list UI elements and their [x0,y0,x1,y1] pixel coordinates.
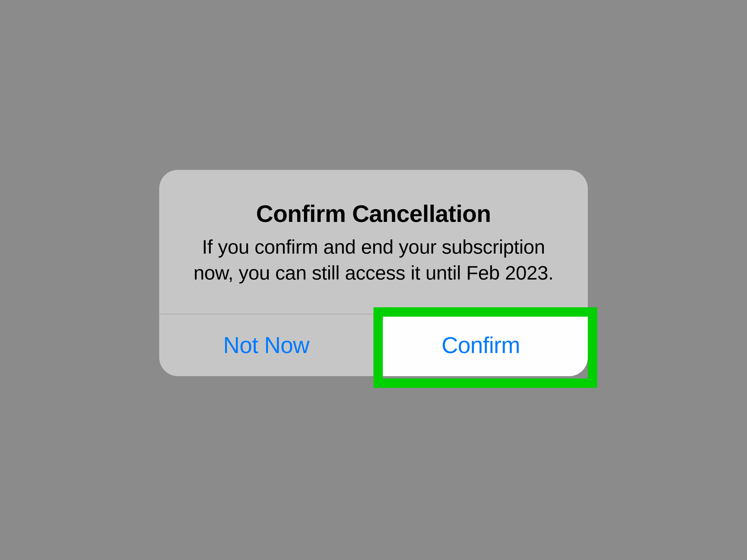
confirmation-dialog: Confirm Cancellation If you confirm and … [159,170,588,376]
not-now-button[interactable]: Not Now [159,314,374,376]
confirm-button[interactable]: Confirm [374,314,588,376]
dialog-body: Confirm Cancellation If you confirm and … [159,170,588,314]
dialog-message: If you confirm and end your subscription… [180,234,567,286]
dialog-button-row: Not Now Confirm [159,314,588,376]
dialog-title: Confirm Cancellation [180,200,567,228]
